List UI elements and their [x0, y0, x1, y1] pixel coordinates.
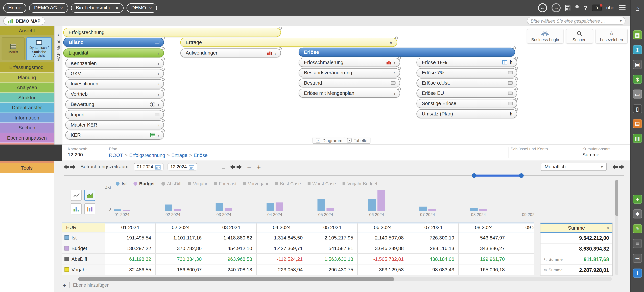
map-node-erl-sschm-lerung[interactable]: Erlösschmälerung›: [298, 58, 400, 67]
presentation-icon[interactable]: ▣: [633, 60, 642, 69]
table-cell[interactable]: 730.334,30: [156, 254, 206, 264]
bar-budget[interactable]: [428, 209, 436, 211]
table-cell[interactable]: [509, 232, 534, 243]
expand-pip[interactable]: [515, 67, 518, 70]
calculator-icon[interactable]: [565, 5, 571, 11]
table-orange-icon[interactable]: ▤: [633, 119, 642, 128]
logout-icon[interactable]: ⇥: [633, 254, 642, 263]
sidebar-item-analysen[interactable]: Analysen: [0, 82, 54, 93]
expand-pip[interactable]: [515, 77, 518, 80]
map-node-erl-se-19[interactable]: Erlöse 19%h: [416, 58, 517, 67]
table-cell[interactable]: 370.782,86: [156, 243, 206, 254]
sidebar-item-erfassungsmodi[interactable]: Erfassungsmodi: [0, 62, 54, 72]
forward-button[interactable]: →: [552, 3, 561, 12]
table-cell[interactable]: 98.683,43: [408, 264, 459, 275]
map-node-ertraege[interactable]: Erträge ∧: [180, 38, 397, 47]
step-forward-icon[interactable]: [619, 164, 624, 169]
table-cell[interactable]: 32.486,55: [105, 264, 156, 275]
expand-pip[interactable]: [162, 130, 165, 132]
menu-button[interactable]: [619, 5, 626, 10]
table-cell[interactable]: 343.886,27: [459, 243, 509, 254]
map-node-bilanz[interactable]: Bilanz: [63, 38, 164, 47]
table-green-icon[interactable]: ▥: [633, 134, 642, 143]
table-cell[interactable]: 1.418.880,62: [206, 232, 257, 243]
close-icon[interactable]: ×: [60, 5, 63, 11]
chart-type-line-button[interactable]: [71, 190, 82, 201]
step-backward-icon[interactable]: [230, 164, 236, 169]
bar-budget[interactable]: [225, 208, 232, 210]
legend-item-ist[interactable]: Ist: [116, 181, 127, 186]
expand-pip[interactable]: [279, 47, 282, 50]
help-icon[interactable]: ?: [584, 4, 587, 11]
period-from-field[interactable]: 01 2024: [134, 163, 164, 170]
expand-pip[interactable]: [515, 88, 518, 90]
sidebar-item-planung[interactable]: Planung: [0, 72, 54, 82]
bar-budget[interactable]: [123, 210, 130, 210]
pin-icon[interactable]: [575, 5, 579, 11]
table-cell[interactable]: -112.524,21: [257, 254, 307, 264]
sidebar-item-suchen[interactable]: Suchen: [0, 123, 54, 133]
map-node-erl-se-o-ust[interactable]: Erlöse o.Ust.: [416, 78, 517, 88]
business-logic-button[interactable]: Business Logic: [527, 29, 563, 44]
step-forward-icon[interactable]: [237, 164, 242, 169]
vertical-scrollbar[interactable]: [615, 180, 618, 275]
demo-map-button[interactable]: DEMO MAP: [3, 17, 45, 25]
table-cell[interactable]: [509, 264, 534, 275]
expand-pip[interactable]: [398, 88, 401, 90]
map-node-liquiditaet[interactable]: Liquidität ›: [63, 48, 164, 58]
bar-ist[interactable]: [266, 203, 274, 210]
expand-pip[interactable]: [515, 108, 518, 111]
list-icon[interactable]: ≡: [633, 239, 642, 248]
bar-ist[interactable]: [165, 204, 172, 210]
table-cell[interactable]: 3.646.289,88: [358, 243, 408, 254]
add-level-button[interactable]: +: [62, 282, 66, 288]
expand-pip[interactable]: [162, 109, 165, 112]
table-cell[interactable]: 2.140.507,08: [358, 232, 408, 243]
expand-pip[interactable]: [162, 68, 165, 71]
bar-budget[interactable]: [326, 208, 334, 210]
table-cell[interactable]: 288.116,13: [408, 243, 459, 254]
expand-pip[interactable]: [398, 57, 401, 60]
view-tile-dynamisch-statisch[interactable]: Dynamisch / Statische Ansicht: [26, 38, 52, 60]
expand-pip[interactable]: [279, 27, 282, 30]
map-node-sonstige-erl-se[interactable]: Sonstige Erlöse: [416, 99, 517, 108]
bar-budget[interactable]: [479, 209, 487, 211]
period-to-field[interactable]: 12 2024: [168, 163, 197, 170]
view-tile-matrix[interactable]: Matrix: [2, 38, 25, 60]
toggle-tabelle[interactable]: ▾ Tabelle: [344, 137, 370, 144]
step-backward-icon[interactable]: [612, 164, 618, 169]
legend-item-worst-case[interactable]: Worst Case: [308, 181, 336, 186]
tab-home[interactable]: Home: [3, 3, 26, 12]
slider-handle-left[interactable]: [472, 173, 476, 178]
expand-pip[interactable]: [162, 36, 165, 40]
table-cell[interactable]: 726.300,19: [408, 232, 459, 243]
zoom-in-button[interactable]: +: [256, 163, 262, 170]
path-link-root[interactable]: ROOT: [109, 152, 123, 158]
expand-pip[interactable]: [398, 77, 401, 80]
close-icon[interactable]: ×: [116, 5, 119, 11]
map-node-bestandsver-nderung[interactable]: Bestandsveränderung›: [298, 68, 400, 77]
bar-ist[interactable]: [470, 208, 478, 210]
map-node-erl-se-7[interactable]: Erlöse 7%: [416, 68, 517, 77]
expand-pip[interactable]: [515, 98, 518, 100]
map-node-bestand[interactable]: Bestand: [298, 78, 400, 88]
analysis-icon[interactable]: ▦: [633, 30, 642, 40]
options-list-icon[interactable]: ≡: [222, 163, 225, 170]
summary-header[interactable]: Summe ▾: [540, 223, 612, 233]
table-cell[interactable]: -1.505.782,81: [358, 254, 408, 264]
path-link-ertraege[interactable]: Erträge: [171, 152, 188, 158]
expand-pip[interactable]: [513, 46, 516, 49]
slider-handle-right[interactable]: [519, 173, 524, 178]
bar-ist[interactable]: [216, 203, 223, 211]
bar-ist[interactable]: [114, 210, 121, 210]
row-label[interactable]: Budget: [62, 243, 105, 254]
map-node-erl-se-mit-mengenplan[interactable]: Erlöse mit Mengenplan›: [298, 89, 400, 98]
map-node-master-ker[interactable]: Master KER›: [65, 120, 164, 130]
sidebar-item-ebenen-anpassen[interactable]: Ebenen anpassen: [0, 133, 54, 143]
info-icon[interactable]: i: [633, 268, 642, 278]
legend-item-budget[interactable]: Budget: [134, 181, 155, 186]
table-cell[interactable]: 1.314.845,50: [257, 232, 307, 243]
expand-pip[interactable]: [515, 57, 518, 60]
map-node-kennzahlen[interactable]: Kennzahlen›: [65, 59, 164, 68]
calendar-icon[interactable]: [155, 164, 160, 170]
